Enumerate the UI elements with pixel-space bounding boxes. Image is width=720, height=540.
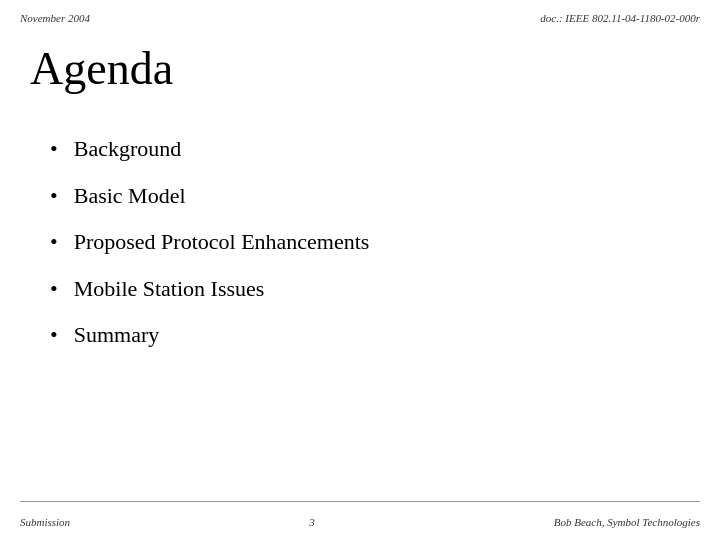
agenda-item-text: Proposed Protocol Enhancements	[74, 228, 370, 257]
header-date: November 2004	[20, 12, 90, 24]
slide: November 2004 doc.: IEEE 802.11-04-1180-…	[0, 0, 720, 540]
header-doc: doc.: IEEE 802.11-04-1180-02-000r	[540, 12, 700, 24]
list-item: •Summary	[50, 321, 690, 350]
footer-divider	[20, 501, 700, 502]
content-section: •Background•Basic Model•Proposed Protoco…	[0, 125, 720, 378]
footer-submission: Submission	[20, 516, 70, 528]
bullet-icon: •	[50, 321, 58, 350]
agenda-item-text: Mobile Station Issues	[74, 275, 265, 304]
slide-title: Agenda	[30, 42, 690, 95]
agenda-item-text: Basic Model	[74, 182, 186, 211]
footer-author: Bob Beach, Symbol Technologies	[554, 516, 700, 528]
slide-header: November 2004 doc.: IEEE 802.11-04-1180-…	[0, 0, 720, 24]
title-section: Agenda	[0, 24, 720, 125]
bullet-icon: •	[50, 228, 58, 257]
agenda-item-text: Summary	[74, 321, 160, 350]
bullet-icon: •	[50, 135, 58, 164]
agenda-list: •Background•Basic Model•Proposed Protoco…	[50, 135, 690, 350]
list-item: •Background	[50, 135, 690, 164]
bullet-icon: •	[50, 275, 58, 304]
footer-page-number: 3	[309, 516, 315, 528]
list-item: •Basic Model	[50, 182, 690, 211]
slide-footer: Submission 3 Bob Beach, Symbol Technolog…	[0, 516, 720, 528]
bullet-icon: •	[50, 182, 58, 211]
list-item: •Proposed Protocol Enhancements	[50, 228, 690, 257]
agenda-item-text: Background	[74, 135, 182, 164]
list-item: •Mobile Station Issues	[50, 275, 690, 304]
